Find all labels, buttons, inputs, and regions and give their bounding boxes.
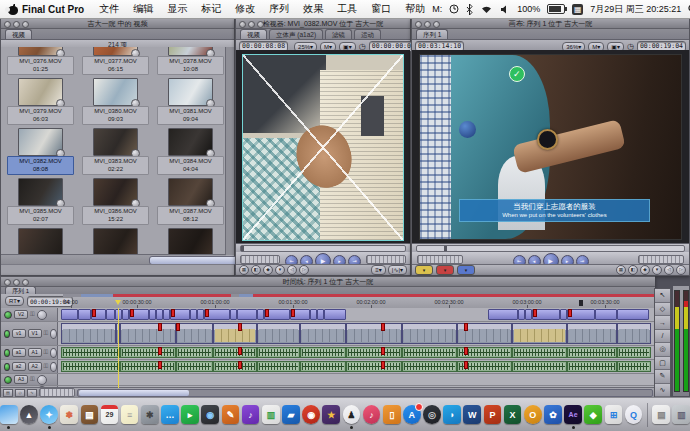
timeline-clip[interactable] (78, 309, 91, 320)
dock-icon-powerpoint[interactable]: P (484, 405, 502, 424)
dock-icon-contacts[interactable]: ▤ (81, 405, 99, 424)
timeline-clip[interactable] (560, 309, 567, 320)
track-content-a1[interactable] (58, 346, 655, 359)
menu-item-1[interactable]: 编辑 (126, 2, 160, 16)
menu-item-0[interactable]: 文件 (92, 2, 126, 16)
track-lock-toggle[interactable]: ⚿ (44, 330, 49, 337)
shuttle-control[interactable] (417, 255, 463, 264)
timeline-clip[interactable] (190, 309, 197, 320)
timeline-clip[interactable] (149, 309, 156, 320)
clip-thumbnail[interactable] (168, 78, 213, 106)
menu-item-6[interactable]: 效果 (296, 2, 330, 16)
generator-popup[interactable]: |∿|▾ (388, 265, 407, 275)
selection-tool[interactable]: ↖ (655, 289, 670, 303)
timeline-ruler[interactable]: 00:0000:00:30:0000:01:00:0000:01:30:0000… (63, 294, 655, 308)
timeline-audio-clip[interactable] (346, 361, 402, 372)
clip-label[interactable]: MVI_0381.MOV09:04 (157, 106, 224, 125)
timeline-audio-clip[interactable] (257, 361, 300, 372)
browser-clip[interactable]: MVI_0378.MOV10:08 (153, 47, 226, 77)
input-method-icon[interactable]: M: (432, 4, 442, 14)
timeline-clip[interactable] (317, 309, 324, 320)
clip-thumbnail[interactable] (168, 228, 213, 255)
dock-icon-itunes-store[interactable]: ♪ (242, 405, 260, 424)
timeline-audio-clip[interactable] (61, 361, 120, 372)
menu-clock[interactable]: 7月29日 周三 20:25:21 (590, 3, 681, 16)
browser-clip[interactable]: MVI_0384.MOV04:04 (153, 127, 226, 177)
clip-label[interactable]: MVI_0377.MOV06:15 (82, 56, 149, 75)
window-controls[interactable] (239, 21, 264, 28)
playhead-head[interactable] (115, 300, 121, 305)
track-lock-toggle[interactable]: ⚿ (30, 376, 35, 383)
clip-thumbnail[interactable] (93, 128, 138, 156)
canvas-add-marker-button[interactable]: ▼ (652, 265, 662, 275)
viewer-video-frame[interactable] (242, 54, 404, 241)
dock-icon-notes[interactable]: ≡ (121, 405, 139, 424)
zoom-slider[interactable] (39, 388, 75, 397)
crop-tool[interactable]: ▢ (655, 357, 670, 371)
destination-patch[interactable]: A1 (28, 348, 42, 357)
browser-tab-bin[interactable]: 视频 (5, 29, 32, 39)
keyboard-layout-icon[interactable]: ▦ (572, 4, 583, 15)
timeline-audio-clip[interactable] (402, 361, 457, 372)
window-controls[interactable] (415, 21, 440, 28)
viewer-add-marker-button[interactable]: ▼ (275, 265, 285, 275)
dock-icon-word[interactable]: W (463, 405, 481, 424)
dock-icon-trash[interactable]: ▥ (672, 405, 690, 424)
viewer-add-keyframe-button[interactable]: ◆ (263, 265, 273, 275)
browser-clip[interactable]: MVI_0377.MOV06:15 (78, 47, 151, 77)
dock-icon-app-store[interactable]: A (403, 405, 421, 424)
timeline-audio-clip[interactable] (617, 361, 651, 372)
canvas-video-frame[interactable]: ✓ 当我们穿上志愿者的服装 When we put on the volunte… (419, 54, 682, 240)
browser-clip[interactable]: MVI_0376.MOV01:25 (3, 47, 76, 77)
dock-icon-xunlei-kankan[interactable]: ◆ (584, 405, 602, 424)
dock-icon-graphics-app[interactable]: ✎ (222, 405, 240, 424)
track-lock-toggle[interactable]: ⚿ (44, 349, 49, 356)
pen-tool[interactable]: ✎ (655, 370, 670, 384)
timeline-clip[interactable] (156, 309, 163, 320)
dock-icon-calendar[interactable]: 29 (101, 405, 119, 424)
timeline-clip[interactable] (488, 309, 518, 320)
shuttle-control[interactable] (240, 255, 280, 264)
timeline-clip[interactable] (197, 309, 204, 320)
clip-thumbnail[interactable] (93, 178, 138, 206)
menu-item-5[interactable]: 序列 (262, 2, 296, 16)
timeline-clip[interactable] (617, 309, 649, 320)
destination-patch[interactable]: A2 (28, 362, 42, 371)
timeline-audio-clip[interactable] (120, 361, 176, 372)
dock-icon-excel[interactable]: X (504, 405, 522, 424)
timeline-horizontal-scrollbar[interactable] (77, 389, 653, 397)
track-lock-toggle[interactable]: ⚿ (44, 363, 49, 370)
browser-clip[interactable]: MVI_0379.MOV06:03 (3, 77, 76, 127)
zoom-tool[interactable]: ◎ (655, 343, 670, 357)
track-content-v2[interactable] (58, 308, 655, 321)
timeline-clip[interactable] (163, 309, 170, 320)
timeline-clip[interactable] (525, 309, 532, 320)
window-controls[interactable] (4, 21, 29, 28)
clip-label[interactable]: MVI_0379.MOV06:03 (7, 106, 74, 125)
dock-icon-after-effects[interactable]: Ae (564, 405, 582, 424)
destination-patch[interactable]: A3 (14, 375, 28, 384)
timeline-clip[interactable] (230, 309, 237, 320)
clip-label[interactable]: MVI_0380.MOV09:03 (82, 106, 149, 125)
dock-icon-itunes[interactable]: ♪ (363, 405, 381, 424)
browser-clip[interactable]: MVI_0387.MOV08:12 (153, 177, 226, 227)
dock-icon-launchpad[interactable]: ▲ (20, 405, 38, 424)
browser-clip-partial[interactable] (3, 227, 76, 255)
track-enable-toggle[interactable] (4, 376, 12, 384)
browser-clip[interactable]: MVI_0381.MOV09:04 (153, 77, 226, 127)
timeline-audio-clip[interactable] (176, 361, 213, 372)
dock-icon-ibooks[interactable]: ▯ (383, 405, 401, 424)
clip-thumbnail[interactable] (18, 78, 63, 106)
viewer-tab-0[interactable]: 视频 (240, 29, 267, 39)
overwrite-edit-button[interactable]: ▾ (436, 265, 454, 275)
clip-thumbnail[interactable] (168, 47, 213, 56)
canvas-add-keyframe-button[interactable]: ◆ (640, 265, 650, 275)
timeline-audio-clip[interactable] (567, 347, 617, 358)
timeline-audio-clip[interactable] (176, 347, 213, 358)
clip-label[interactable]: MVI_0387.MOV08:12 (157, 206, 224, 225)
dock-icon-photo-booth[interactable]: ◉ (201, 405, 219, 424)
track-visibility-toggle[interactable] (50, 362, 57, 372)
timeline-clip[interactable] (176, 323, 213, 344)
timeline-playhead[interactable] (118, 308, 119, 388)
dock-icon-imovie[interactable]: ★ (322, 405, 340, 424)
